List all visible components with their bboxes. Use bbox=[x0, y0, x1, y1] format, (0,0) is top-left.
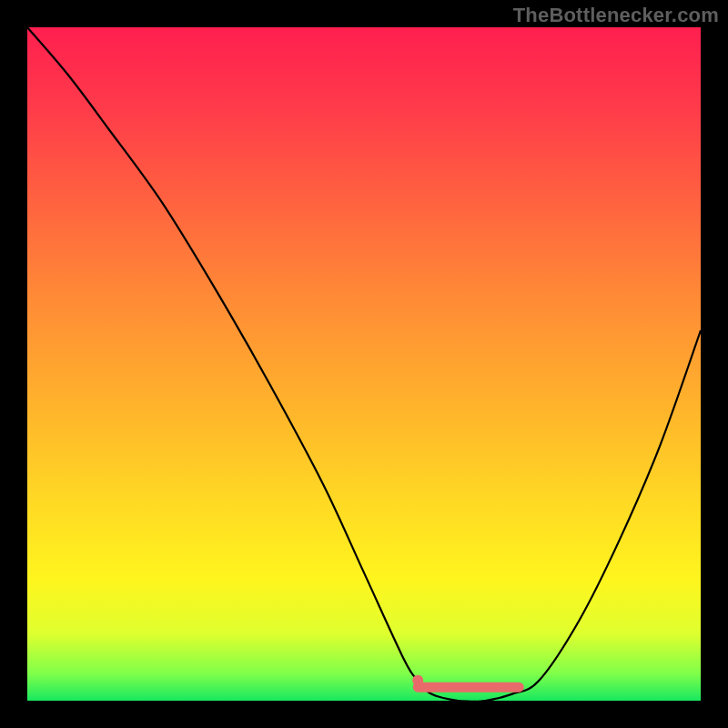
attribution-text: TheBottlenecker.com bbox=[513, 4, 719, 27]
optimal-point-dot bbox=[412, 675, 423, 686]
chart-frame: TheBottlenecker.com bbox=[0, 0, 728, 728]
bottleneck-curve-svg bbox=[27, 27, 701, 701]
bottleneck-curve-path bbox=[27, 27, 701, 701]
plot-area bbox=[27, 27, 701, 701]
